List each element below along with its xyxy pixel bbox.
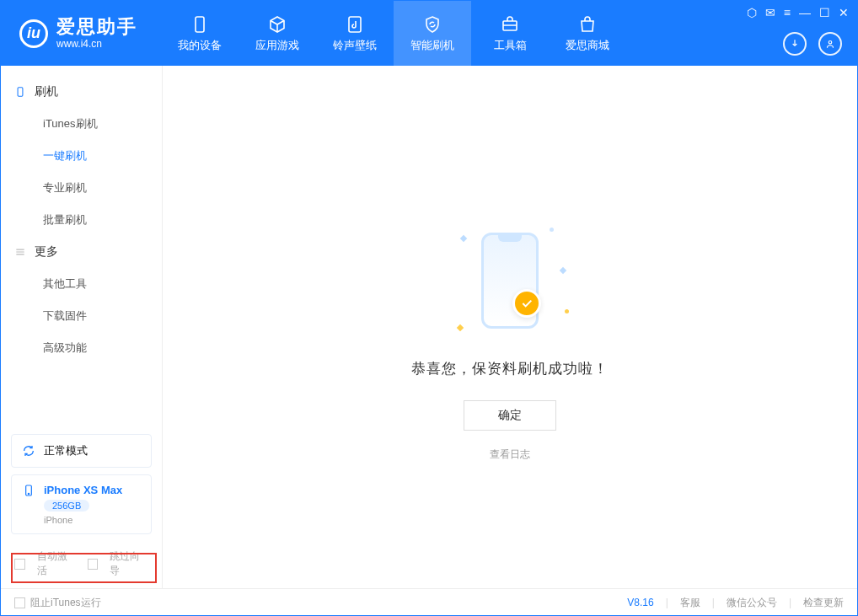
nav-label: 工具箱 bbox=[494, 38, 527, 53]
shield-refresh-icon bbox=[422, 14, 442, 35]
block-itunes-label: 阻止iTunes运行 bbox=[30, 596, 101, 610]
device-storage-badge: 256GB bbox=[44, 500, 89, 512]
nav-label: 我的设备 bbox=[178, 38, 222, 53]
device-type: iPhone bbox=[44, 515, 122, 525]
sidebar-item-other-tools[interactable]: 其他工具 bbox=[1, 268, 162, 300]
link-wechat[interactable]: 微信公众号 bbox=[727, 596, 777, 610]
main-nav: 我的设备 应用游戏 铃声壁纸 智能刷机 工具箱 爱思商城 bbox=[161, 1, 626, 66]
device-phone-icon bbox=[22, 484, 35, 497]
svg-point-6 bbox=[28, 493, 29, 494]
nav-apps-games[interactable]: 应用游戏 bbox=[239, 1, 316, 66]
shirt-icon[interactable]: ⬡ bbox=[747, 6, 757, 19]
sidebar-item-advanced[interactable]: 高级功能 bbox=[1, 332, 162, 364]
sync-icon bbox=[22, 444, 35, 458]
sidebar: 刷机 iTunes刷机 一键刷机 专业刷机 批量刷机 更多 其他工具 下载固件 … bbox=[1, 66, 163, 588]
app-title: 爱思助手 bbox=[56, 18, 137, 36]
svg-point-3 bbox=[829, 41, 832, 45]
sidebar-item-batch-flash[interactable]: 批量刷机 bbox=[1, 204, 162, 236]
nav-label: 爱思商城 bbox=[566, 38, 609, 53]
link-customer-service[interactable]: 客服 bbox=[680, 596, 700, 610]
sidebar-item-download-firmware[interactable]: 下载固件 bbox=[1, 300, 162, 332]
nav-store[interactable]: 爱思商城 bbox=[549, 1, 626, 66]
sidebar-item-itunes-flash[interactable]: iTunes刷机 bbox=[1, 108, 162, 140]
logo-icon: iu bbox=[19, 19, 48, 48]
nav-label: 应用游戏 bbox=[255, 38, 299, 53]
cube-icon bbox=[267, 14, 287, 35]
flash-options-row: 自动激活 跳过向导 bbox=[1, 541, 162, 588]
nav-label: 智能刷机 bbox=[410, 38, 454, 53]
checkbox-label-skip-guide: 跳过向导 bbox=[110, 549, 148, 578]
view-log-link[interactable]: 查看日志 bbox=[490, 447, 530, 462]
nav-ringtones-wallpapers[interactable]: 铃声壁纸 bbox=[316, 1, 394, 66]
version-label: V8.16 bbox=[627, 597, 653, 608]
nav-label: 铃声壁纸 bbox=[333, 38, 377, 53]
section-title: 更多 bbox=[35, 244, 58, 260]
maximize-button[interactable]: ☐ bbox=[819, 6, 830, 19]
list-icon bbox=[14, 246, 26, 258]
sidebar-bottom: 正常模式 iPhone XS Max 256GB iPhone 自动激活 跳过向… bbox=[1, 427, 162, 588]
app-logo: iu 爱思助手 www.i4.cn bbox=[1, 1, 161, 66]
nav-my-device[interactable]: 我的设备 bbox=[161, 1, 239, 66]
section-title: 刷机 bbox=[35, 84, 58, 99]
mode-label: 正常模式 bbox=[44, 443, 88, 458]
window-controls: ⬡ ✉ ≡ — ☐ ✕ bbox=[747, 6, 849, 19]
ok-button[interactable]: 确定 bbox=[464, 400, 556, 431]
app-header: iu 爱思助手 www.i4.cn 我的设备 应用游戏 铃声壁纸 智能刷机 工具… bbox=[1, 1, 857, 66]
sidebar-item-oneclick-flash[interactable]: 一键刷机 bbox=[1, 140, 162, 172]
success-message: 恭喜您，保资料刷机成功啦！ bbox=[411, 359, 609, 378]
nav-smart-flash[interactable]: 智能刷机 bbox=[394, 1, 471, 66]
phone-outline-icon bbox=[14, 86, 26, 98]
user-profile-button[interactable] bbox=[818, 32, 842, 56]
svg-rect-0 bbox=[196, 17, 204, 32]
download-button[interactable] bbox=[783, 32, 807, 56]
app-body: 刷机 iTunes刷机 一键刷机 专业刷机 批量刷机 更多 其他工具 下载固件 … bbox=[1, 66, 857, 588]
checkbox-block-itunes[interactable] bbox=[14, 597, 25, 608]
toolbox-icon bbox=[500, 14, 520, 35]
svg-rect-1 bbox=[349, 17, 361, 32]
nav-toolbox[interactable]: 工具箱 bbox=[471, 1, 549, 66]
shopping-bag-icon bbox=[577, 14, 598, 35]
link-check-update[interactable]: 检查更新 bbox=[803, 596, 844, 610]
main-content: 恭喜您，保资料刷机成功啦！ 确定 查看日志 bbox=[163, 66, 857, 588]
minimize-button[interactable]: — bbox=[799, 6, 811, 19]
music-file-icon bbox=[345, 14, 365, 35]
device-mode-card[interactable]: 正常模式 bbox=[11, 434, 152, 468]
feedback-icon[interactable]: ✉ bbox=[765, 6, 775, 19]
checkbox-auto-activate[interactable] bbox=[14, 559, 25, 570]
check-badge-icon bbox=[512, 289, 541, 318]
device-card[interactable]: iPhone XS Max 256GB iPhone bbox=[11, 474, 152, 534]
close-button[interactable]: ✕ bbox=[839, 6, 849, 19]
checkbox-skip-guide[interactable] bbox=[88, 559, 99, 570]
sidebar-section-more: 更多 bbox=[1, 236, 162, 268]
device-name: iPhone XS Max bbox=[44, 484, 122, 496]
sidebar-section-flash: 刷机 bbox=[1, 76, 162, 108]
success-illustration bbox=[459, 226, 560, 335]
checkbox-label-auto-activate: 自动激活 bbox=[37, 549, 76, 578]
sidebar-item-pro-flash[interactable]: 专业刷机 bbox=[1, 172, 162, 204]
app-subtitle: www.i4.cn bbox=[56, 38, 137, 50]
phone-icon bbox=[190, 14, 210, 35]
header-action-icons bbox=[783, 32, 842, 56]
phone-illustration-icon bbox=[481, 233, 539, 329]
svg-rect-4 bbox=[18, 88, 23, 97]
menu-icon[interactable]: ≡ bbox=[784, 6, 791, 19]
status-bar: 阻止iTunes运行 V8.16 | 客服 | 微信公众号 | 检查更新 bbox=[1, 588, 857, 616]
